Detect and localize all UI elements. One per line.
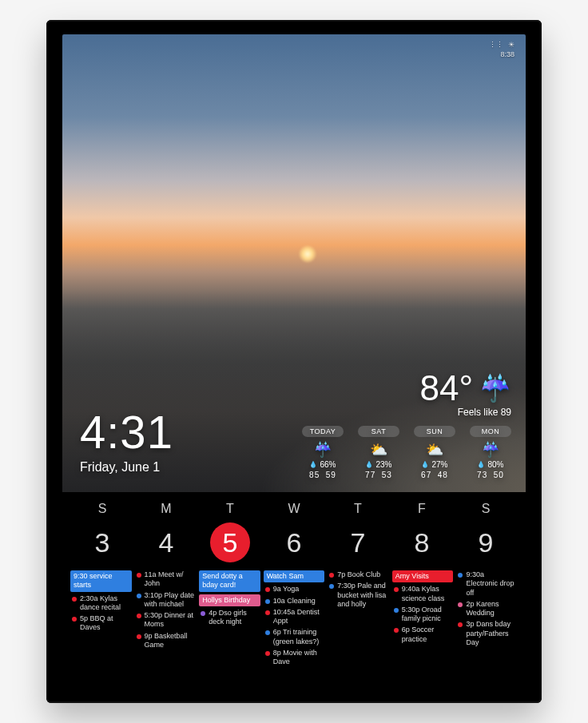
- date-cell[interactable]: 7: [326, 524, 390, 562]
- date-cell[interactable]: 3: [70, 524, 134, 562]
- event-bar[interactable]: Hollys Birthday: [199, 594, 260, 606]
- droplet-icon: 💧: [365, 461, 373, 468]
- event-item[interactable]: 11a Meet w/ John: [135, 570, 197, 589]
- day-column[interactable]: Send dotty a bday card!Hollys Birthday4p…: [199, 570, 260, 682]
- event-item[interactable]: 5p BBQ at Daves: [70, 614, 132, 633]
- event-item[interactable]: 10:45a Dentist Appt: [264, 608, 325, 626]
- event-dot-icon: [458, 573, 463, 578]
- event-bar[interactable]: Amy Visits: [392, 570, 454, 582]
- day-column[interactable]: Amy Visits9:40a Kylas science class5:30p…: [392, 570, 454, 682]
- date-cell[interactable]: 8: [390, 524, 454, 562]
- forecast-label: SAT: [358, 426, 399, 437]
- weather-block[interactable]: 84° ☔ Feels like 89 TODAY☔💧66%85 59SAT⛅💧…: [302, 368, 511, 479]
- forecast-hilo: 85 59: [302, 471, 344, 479]
- event-item[interactable]: 3p Dans bday party/Fathers Day: [456, 620, 518, 647]
- forecast-precip: 💧80%: [470, 460, 511, 469]
- event-text: 10:45a Dentist Appt: [273, 608, 324, 626]
- event-dot-icon: [394, 587, 399, 592]
- event-dot-icon: [72, 597, 77, 602]
- event-text: 2:30a Kylas dance recital: [80, 594, 130, 613]
- event-dot-icon: [137, 634, 141, 639]
- forecast-day[interactable]: TODAY☔💧66%85 59: [302, 426, 344, 479]
- forecast-hilo: 73 50: [470, 471, 511, 479]
- event-bar[interactable]: 9:30 service starts: [70, 570, 132, 592]
- wallpaper-sun: [299, 245, 316, 263]
- event-text: 6p Soccer practice: [402, 626, 452, 644]
- dow-cell: M: [134, 502, 198, 516]
- droplet-icon: 💧: [477, 461, 485, 468]
- dow-row: SMTWTFS: [70, 502, 518, 516]
- date-cell[interactable]: 4: [134, 524, 198, 562]
- dow-cell: W: [262, 502, 326, 516]
- event-item[interactable]: 4p Dso girls deck night: [199, 609, 260, 627]
- event-dot-icon: [394, 608, 399, 613]
- day-column[interactable]: Watch Sam9a Yoga10a Cleaning10:45a Denti…: [264, 570, 325, 682]
- event-item[interactable]: 5:30p Oroad family picnic: [392, 606, 454, 624]
- event-text: 8p Movie with Dave: [273, 649, 324, 667]
- event-text: 5:30p Dinner at Moms: [145, 611, 195, 630]
- forecast-label: MON: [470, 426, 511, 437]
- day-column[interactable]: 9:30a Electronic drop off2p Karens Weddi…: [456, 570, 518, 682]
- day-column[interactable]: 9:30 service starts2:30a Kylas dance rec…: [70, 570, 132, 682]
- event-text: 5:30p Oroad family picnic: [402, 606, 452, 624]
- forecast-precip: 💧66%: [302, 460, 344, 469]
- forecast-icon: ⛅: [414, 442, 455, 458]
- event-item[interactable]: 5:30p Dinner at Moms: [135, 611, 197, 630]
- event-text: 6p Tri training (green lakes?): [273, 628, 324, 646]
- event-item[interactable]: 10a Cleaning: [264, 597, 325, 606]
- event-item[interactable]: 2:30a Kylas dance recital: [70, 594, 132, 613]
- date-cell[interactable]: 6: [262, 524, 326, 562]
- date-cell[interactable]: 5: [198, 519, 262, 566]
- event-item[interactable]: 2p Karens Wedding: [456, 600, 518, 618]
- event-item[interactable]: 9:40a Kylas science class: [392, 585, 454, 603]
- forecast-day[interactable]: MON☔💧80%73 50: [470, 426, 511, 479]
- dow-cell: T: [198, 502, 262, 516]
- dow-cell: T: [326, 502, 390, 516]
- clock-block[interactable]: 4:31 Friday, June 1: [80, 405, 173, 475]
- event-item[interactable]: 7p Book Club: [328, 570, 389, 579]
- current-temp: 84°: [419, 368, 473, 408]
- event-text: 9:30a Electronic drop off: [466, 570, 516, 598]
- calendar-panel[interactable]: SMTWTFS 3456789 9:30 service starts2:30a…: [62, 492, 526, 690]
- event-item[interactable]: 9:30a Electronic drop off: [456, 570, 518, 598]
- event-text: 7p Book Club: [337, 570, 380, 579]
- weather-icon: ☔: [479, 373, 511, 403]
- event-item[interactable]: 6p Tri training (green lakes?): [264, 628, 325, 646]
- date-cell[interactable]: 9: [454, 524, 518, 562]
- wallpaper-panel[interactable]: ⋮⋮ ☀ 8:38 4:31 Friday, June 1 84° ☔ Feel…: [62, 34, 526, 492]
- event-text: 5p BBQ at Daves: [80, 614, 130, 633]
- event-item[interactable]: 9p Basketball Game: [135, 632, 197, 650]
- event-item[interactable]: 7:30p Pale and bucket with lisa and holl…: [328, 582, 389, 609]
- event-dot-icon: [265, 630, 270, 635]
- event-dot-icon: [201, 611, 205, 616]
- event-dot-icon: [329, 573, 334, 578]
- date-row: 3456789: [70, 519, 518, 566]
- forecast-precip: 💧27%: [414, 460, 455, 469]
- dow-cell: S: [70, 502, 134, 516]
- screen[interactable]: ⋮⋮ ☀ 8:38 4:31 Friday, June 1 84° ☔ Feel…: [62, 34, 526, 690]
- event-text: 9:40a Kylas science class: [402, 585, 452, 603]
- event-text: 10a Cleaning: [273, 597, 316, 606]
- event-item[interactable]: 8p Movie with Dave: [264, 649, 325, 667]
- day-column[interactable]: 11a Meet w/ John3:10p Play date with mic…: [135, 570, 197, 682]
- forecast-hilo: 77 53: [358, 471, 399, 479]
- forecast-day[interactable]: SUN⛅💧27%67 48: [414, 426, 455, 479]
- event-text: 11a Meet w/ John: [145, 570, 195, 589]
- day-column[interactable]: 7p Book Club7:30p Pale and bucket with l…: [328, 570, 389, 682]
- dow-cell: F: [390, 502, 454, 516]
- event-text: 9a Yoga: [273, 585, 300, 594]
- forecast-day[interactable]: SAT⛅💧23%77 53: [358, 426, 399, 479]
- event-bar[interactable]: Watch Sam: [264, 570, 325, 582]
- forecast-icon: ⛅: [358, 442, 399, 458]
- sun-icon: ☀: [508, 41, 514, 50]
- forecast-label: SUN: [414, 426, 455, 437]
- event-text: 9p Basketball Game: [145, 632, 195, 650]
- clock-time: 4:31: [80, 405, 173, 459]
- event-dot-icon: [265, 587, 270, 592]
- event-item[interactable]: 9a Yoga: [264, 585, 325, 594]
- droplet-icon: 💧: [421, 461, 429, 468]
- event-bar[interactable]: Send dotty a bday card!: [199, 570, 260, 592]
- forecast-row: TODAY☔💧66%85 59SAT⛅💧23%77 53SUN⛅💧27%67 4…: [302, 426, 511, 479]
- event-item[interactable]: 6p Soccer practice: [392, 626, 454, 644]
- event-item[interactable]: 3:10p Play date with michael: [135, 591, 197, 610]
